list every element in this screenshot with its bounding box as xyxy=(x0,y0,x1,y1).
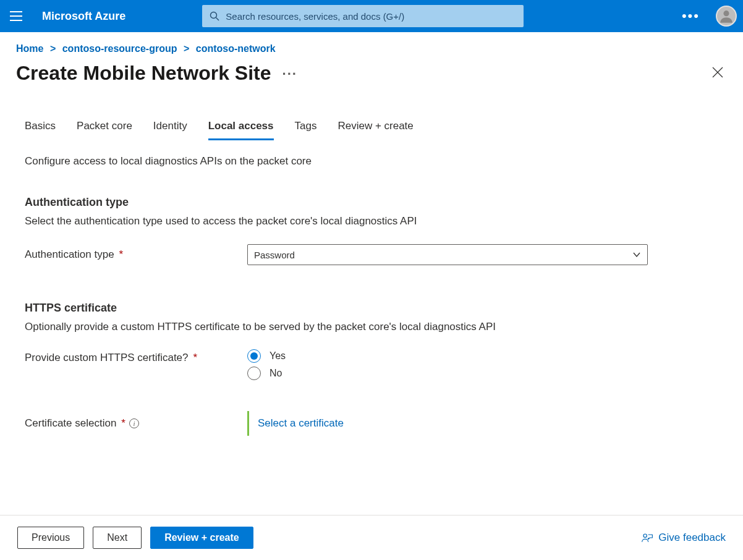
svg-point-5 xyxy=(723,11,729,16)
breadcrumb: Home > contoso-resource-group > contoso-… xyxy=(0,32,743,58)
title-more-button[interactable]: ··· xyxy=(282,66,297,82)
search-field[interactable] xyxy=(202,5,524,27)
breadcrumb-separator: > xyxy=(46,43,59,54)
breadcrumb-network[interactable]: contoso-network xyxy=(196,43,276,54)
cert-selection-field: Select a certificate xyxy=(247,411,648,436)
provide-cert-radio-no[interactable] xyxy=(247,367,261,380)
global-search xyxy=(202,5,524,27)
top-bar: Microsoft Azure ••• xyxy=(0,0,743,32)
tab-basics[interactable]: Basics xyxy=(25,116,56,140)
svg-point-3 xyxy=(211,12,217,19)
avatar[interactable] xyxy=(716,6,737,27)
person-icon xyxy=(718,8,734,24)
svg-point-8 xyxy=(643,534,647,537)
auth-type-selected-value: Password xyxy=(254,250,295,260)
required-indicator: * xyxy=(193,352,198,364)
svg-rect-0 xyxy=(10,11,22,12)
page-title-row: Create Mobile Network Site ··· xyxy=(0,58,743,104)
provide-cert-label: Provide custom HTTPS certificate? * xyxy=(25,349,247,364)
tab-description: Configure access to local diagnostics AP… xyxy=(25,155,718,168)
radio-label-no: No xyxy=(270,368,282,379)
auth-type-dropdown[interactable]: Password xyxy=(247,244,648,265)
tab-content: Configure access to local diagnostics AP… xyxy=(0,140,743,512)
review-create-button[interactable]: Review + create xyxy=(150,527,253,549)
tab-identity[interactable]: Identity xyxy=(153,116,187,140)
svg-rect-2 xyxy=(10,20,22,21)
breadcrumb-separator: > xyxy=(180,43,193,54)
auth-type-subtext: Select the authentication type used to a… xyxy=(25,215,718,227)
hamburger-menu-button[interactable] xyxy=(0,0,32,32)
close-icon xyxy=(712,67,723,78)
tab-packet-core[interactable]: Packet core xyxy=(77,116,132,140)
provide-cert-radio-yes[interactable] xyxy=(247,349,261,363)
required-indicator: * xyxy=(121,417,125,430)
tab-tags[interactable]: Tags xyxy=(295,116,317,140)
https-cert-heading: HTTPS certificate xyxy=(25,302,718,315)
info-icon[interactable]: i xyxy=(129,418,139,428)
svg-line-4 xyxy=(216,18,219,21)
chevron-down-icon xyxy=(632,250,641,259)
next-button[interactable]: Next xyxy=(93,527,142,549)
search-input[interactable] xyxy=(226,11,516,22)
cert-selection-label: Certificate selection * i xyxy=(25,417,247,430)
select-certificate-link[interactable]: Select a certificate xyxy=(258,417,344,430)
auth-type-heading: Authentication type xyxy=(25,196,718,209)
search-icon xyxy=(210,11,219,21)
give-feedback-link[interactable]: Give feedback xyxy=(641,532,726,544)
topbar-more-button[interactable]: ••• xyxy=(673,8,708,24)
feedback-label: Give feedback xyxy=(658,532,726,544)
tab-review-create[interactable]: Review + create xyxy=(338,116,413,140)
radio-label-yes: Yes xyxy=(270,350,286,362)
feedback-icon xyxy=(641,532,653,544)
tab-local-access[interactable]: Local access xyxy=(208,116,274,140)
required-indicator: * xyxy=(119,248,124,261)
previous-button[interactable]: Previous xyxy=(17,527,84,549)
auth-type-label: Authentication type * xyxy=(25,248,247,261)
footer-bar: Previous Next Review + create Give feedb… xyxy=(0,515,743,560)
brand-label[interactable]: Microsoft Azure xyxy=(37,10,135,23)
close-button[interactable] xyxy=(708,61,727,85)
breadcrumb-home[interactable]: Home xyxy=(16,43,43,54)
page-title: Create Mobile Network Site xyxy=(16,62,271,85)
hamburger-icon xyxy=(10,11,22,21)
svg-rect-1 xyxy=(10,15,22,17)
https-cert-subtext: Optionally provide a custom HTTPS certif… xyxy=(25,321,718,333)
breadcrumb-resource-group[interactable]: contoso-resource-group xyxy=(62,43,177,54)
tabs: Basics Packet core Identity Local access… xyxy=(25,104,718,140)
